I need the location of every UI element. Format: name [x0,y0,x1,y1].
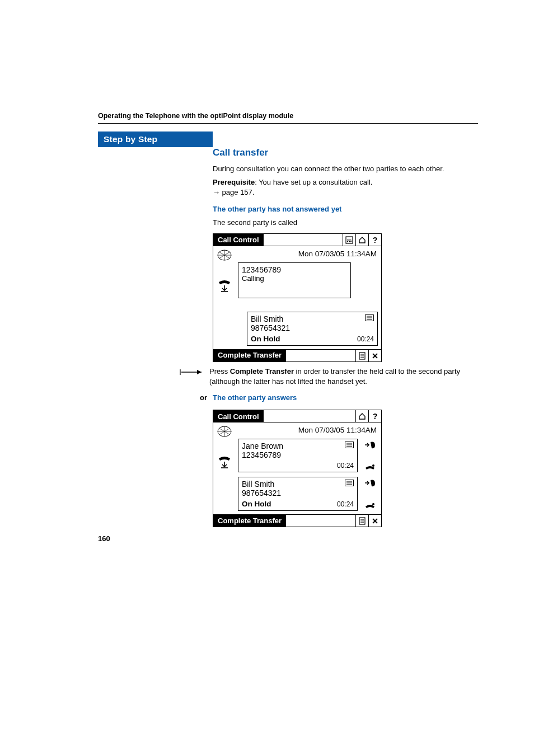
keypad-icon[interactable]: abc [343,234,355,246]
handset-down-icon [217,279,232,293]
calling-box: 123456789 Calling [238,262,351,298]
help-icon[interactable]: ? [368,234,381,246]
running-header: Operating the Telephone with the optiPoi… [98,112,478,120]
list-icon[interactable] [365,314,374,321]
softkey-arrow-icon [177,367,204,376]
active-call-box: Jane Brown 123456789 00:24 [238,439,358,472]
held-status: On Hold [251,335,280,343]
svg-marker-19 [197,370,202,374]
press-prefix: Press [209,367,230,375]
page-number: 160 [98,534,110,543]
prerequisite-label: Prerequisite [213,178,255,186]
notes-icon[interactable] [355,514,368,527]
held-number: 987654321 [251,323,374,332]
transfer-in-icon[interactable] [364,440,376,450]
close-icon[interactable] [368,349,381,362]
screen-title: Call Control [213,410,264,422]
press-bold: Complete Transfer [230,367,294,375]
logo-icon [216,425,233,438]
held-name: Bill Smith [251,314,374,323]
or-label: or [180,393,207,402]
list-icon[interactable] [345,480,354,486]
section-title: Call transfer [213,147,478,158]
notes-icon[interactable] [355,349,368,362]
screen-title: Call Control [213,234,264,246]
handset-down-icon [217,455,232,469]
held-timer: 00:24 [337,500,354,508]
press-instruction: Press Complete Transfer in order to tran… [209,367,478,387]
arrow-glyph: → [213,188,220,196]
second-party-called-text: The second party is called [213,218,478,228]
phone-screen-1: Call Control abc ? [213,233,382,362]
subheading-answers: The other party answers [213,393,297,402]
home-icon[interactable] [355,234,368,246]
held-number: 987654321 [242,489,354,497]
active-timer: 00:24 [337,462,354,469]
calling-number: 123456789 [242,265,347,274]
svg-point-28 [372,464,374,467]
svg-text:abc: abc [347,238,352,241]
active-number: 123456789 [242,450,354,459]
held-name: Bill Smith [242,480,354,489]
calling-status: Calling [242,274,347,283]
logo-icon [216,248,233,262]
svg-rect-2 [347,241,348,242]
held-timer: 00:24 [357,335,374,343]
close-icon[interactable] [368,514,381,527]
datetime: Mon 07/03/05 11:34AM [238,248,378,262]
subheading-not-answered: The other party has not answered yet [213,205,478,213]
svg-rect-3 [349,241,350,242]
svg-point-33 [372,503,374,505]
svg-rect-4 [350,241,352,242]
intro-text: During consultation you can connect the … [213,164,478,174]
hangup-icon[interactable] [364,501,376,510]
complete-transfer-button[interactable]: Complete Transfer [213,514,286,527]
page-reference: page 157. [220,188,254,196]
held-box: Bill Smith 987654321 On Hold 00:24 [247,312,378,346]
active-name: Jane Brown [242,442,354,450]
home-icon[interactable] [355,410,368,422]
header-rule [98,123,478,124]
step-by-step-banner: Step by Step [98,132,213,147]
svg-text:?: ? [373,236,378,244]
prerequisite-text: : You have set up a consultation call. [255,178,372,186]
transfer-in-icon[interactable] [364,478,376,488]
complete-transfer-button[interactable]: Complete Transfer [213,349,286,361]
held-box: Bill Smith 987654321 On Hold 00:24 [238,477,358,511]
svg-text:?: ? [373,412,378,420]
hangup-icon[interactable] [364,462,376,471]
held-status: On Hold [242,500,271,508]
list-icon[interactable] [345,442,354,448]
datetime: Mon 07/03/05 11:34AM [238,425,378,439]
help-icon[interactable]: ? [368,410,381,422]
prerequisite-line: Prerequisite: You have set up a consulta… [213,177,478,198]
phone-screen-2: Call Control ? [213,410,382,527]
